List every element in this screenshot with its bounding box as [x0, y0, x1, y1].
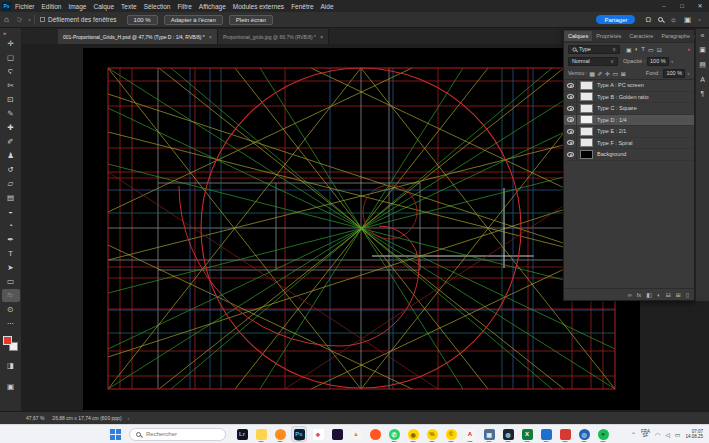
discover-icon[interactable]: ☼: [670, 15, 677, 24]
panel-tab-calques[interactable]: Calques: [564, 31, 592, 41]
eraser-tool-icon[interactable]: ▱: [2, 177, 20, 190]
filter-shape-icon[interactable]: ▭: [648, 46, 654, 53]
filter-pixel-icon[interactable]: ▣: [626, 46, 632, 53]
menu-fichier[interactable]: Fichier: [15, 3, 35, 10]
app-blue-doc[interactable]: [538, 426, 554, 442]
notifications-bell-icon[interactable]: Ω: [645, 15, 651, 24]
hand-tool-icon[interactable]: ☞: [2, 289, 20, 302]
layer-row-type-d-1-4[interactable]: Type D : 1/4: [564, 115, 694, 127]
lock-artboard-icon[interactable]: ▭: [613, 70, 619, 77]
opacity-arrow-icon[interactable]: ∨: [671, 59, 674, 64]
delete-layer-icon[interactable]: ▯: [686, 291, 689, 298]
app-lightroom[interactable]: Lr: [234, 426, 250, 442]
zoom-level-field[interactable]: 47,67 %: [26, 415, 44, 421]
layer-thumbnail[interactable]: [580, 150, 593, 159]
toolbar-collapse-icon[interactable]: »: [0, 28, 21, 36]
object-selection-tool-icon[interactable]: ✄: [2, 79, 20, 92]
panel-tab-paragraphe[interactable]: Paragraphe: [657, 31, 694, 41]
healing-brush-tool-icon[interactable]: ✚: [2, 121, 20, 134]
layer-thumbnail[interactable]: [580, 104, 593, 113]
zoom-100-button[interactable]: 100 %: [127, 15, 158, 25]
crop-tool-icon[interactable]: ⊡: [2, 93, 20, 106]
hand-dropdown-arrow-icon[interactable]: ∨: [28, 17, 31, 22]
document-tab-1[interactable]: 001-Proportional_Grids_H.psd @ 47,7% (Ty…: [58, 29, 218, 44]
lock-all-icon[interactable]: ⊠: [621, 70, 626, 77]
path-selection-tool-icon[interactable]: ➤: [2, 261, 20, 274]
foreground-color-swatch[interactable]: [3, 336, 12, 345]
menu-affichage[interactable]: Affichage: [199, 3, 226, 10]
sound-icon[interactable]: ◁: [665, 431, 670, 438]
menu-aide[interactable]: Aide: [321, 3, 334, 10]
menu-modules-externes[interactable]: Modules externes: [233, 3, 284, 10]
app-file-explorer[interactable]: [253, 426, 269, 442]
eyedropper-tool-icon[interactable]: ✎: [2, 107, 20, 120]
app-firefox[interactable]: [272, 426, 288, 442]
app-green-x[interactable]: X: [519, 426, 535, 442]
workspace-arrow-icon[interactable]: ∨: [698, 17, 701, 22]
menu-s-lection[interactable]: Sélection: [144, 3, 171, 10]
app-orange-ball[interactable]: [367, 426, 383, 442]
app-photoshop[interactable]: Ps: [291, 426, 307, 442]
start-button[interactable]: [110, 429, 121, 440]
minimize-button[interactable]: –: [655, 0, 673, 12]
layer-visibility-toggle[interactable]: [564, 138, 577, 149]
clock[interactable]: 07:07 14.08.25: [685, 429, 703, 439]
quick-mask-icon[interactable]: ◨: [2, 359, 20, 372]
app-dark-circle[interactable]: ◍: [500, 426, 516, 442]
dock-collapse-icon[interactable]: «: [701, 32, 705, 39]
layer-thumbnail[interactable]: [580, 115, 593, 124]
layer-row-background[interactable]: Background: [564, 149, 694, 161]
zoom-tool-icon[interactable]: ⊙: [2, 303, 20, 316]
layer-filter-select[interactable]: Type ∨: [568, 45, 620, 54]
filter-adjustment-icon[interactable]: ◐: [635, 46, 639, 53]
move-tool-icon[interactable]: ✛: [2, 37, 20, 50]
tab-close-icon[interactable]: ×: [320, 34, 323, 40]
layer-thumbnail[interactable]: [580, 92, 593, 101]
layer-thumbnail[interactable]: [580, 138, 593, 147]
fill-arrow-icon[interactable]: ∨: [687, 71, 690, 76]
pen-tool-icon[interactable]: ✒: [2, 233, 20, 246]
layer-visibility-toggle[interactable]: [564, 115, 577, 126]
hand-tool-options-icon[interactable]: ☞: [17, 15, 24, 24]
menu-filtre[interactable]: Filtre: [177, 3, 191, 10]
new-layer-icon[interactable]: ⊞: [676, 291, 681, 298]
layer-effects-icon[interactable]: fx: [637, 292, 642, 298]
shape-tool-icon[interactable]: ▭: [2, 275, 20, 288]
dodge-tool-icon[interactable]: ◔: [2, 219, 20, 232]
app-blue-swirl[interactable]: ◎: [576, 426, 592, 442]
app-acrobat[interactable]: A: [462, 426, 478, 442]
menu-calque[interactable]: Calque: [93, 3, 114, 10]
maximize-button[interactable]: □: [673, 0, 691, 12]
app-photos[interactable]: ❖: [310, 426, 326, 442]
dock-channels-icon[interactable]: ▤: [699, 61, 706, 69]
layer-row-type-c-square[interactable]: Type C : Square: [564, 103, 694, 115]
share-button[interactable]: Partager: [596, 15, 635, 24]
tab-close-icon[interactable]: ×: [209, 34, 212, 40]
history-brush-tool-icon[interactable]: ↺: [2, 163, 20, 176]
layer-row-type-a-pc-screen[interactable]: Type A : PC screen: [564, 80, 694, 92]
dock-layers-icon[interactable]: ▣: [699, 46, 706, 54]
layer-row-type-f-spiral[interactable]: Type F : Spiral: [564, 138, 694, 150]
filter-toggle-icon[interactable]: ●: [687, 46, 690, 52]
layer-visibility-toggle[interactable]: [564, 126, 577, 137]
lasso-tool-icon[interactable]: Ϛ: [2, 65, 20, 78]
scroll-all-windows-checkbox[interactable]: [40, 17, 45, 22]
dock-paragraph-icon[interactable]: ¶: [701, 90, 705, 97]
layer-visibility-toggle[interactable]: [564, 80, 577, 91]
layer-visibility-toggle[interactable]: [564, 103, 577, 114]
marquee-tool-icon[interactable]: ▢: [2, 51, 20, 64]
panel-tab-caract-re[interactable]: Caractère: [625, 31, 657, 41]
dock-character-icon[interactable]: A: [700, 76, 705, 83]
color-swatches[interactable]: [3, 336, 18, 351]
layer-thumbnail[interactable]: [580, 127, 593, 136]
fullscreen-button[interactable]: Plein écran: [229, 15, 273, 25]
fill-value[interactable]: 100 %: [663, 69, 685, 78]
taskbar-search-input[interactable]: [144, 430, 214, 438]
screen-mode-icon[interactable]: ▣: [2, 380, 20, 393]
layer-thumbnail[interactable]: [580, 81, 593, 90]
app-yellow-1[interactable]: ◉: [405, 426, 421, 442]
layer-visibility-toggle[interactable]: [564, 149, 577, 160]
app-yellow-3[interactable]: ©: [443, 426, 459, 442]
menu-fen-tre[interactable]: Fenêtre: [291, 3, 313, 10]
menu-edition[interactable]: Edition: [42, 3, 62, 10]
